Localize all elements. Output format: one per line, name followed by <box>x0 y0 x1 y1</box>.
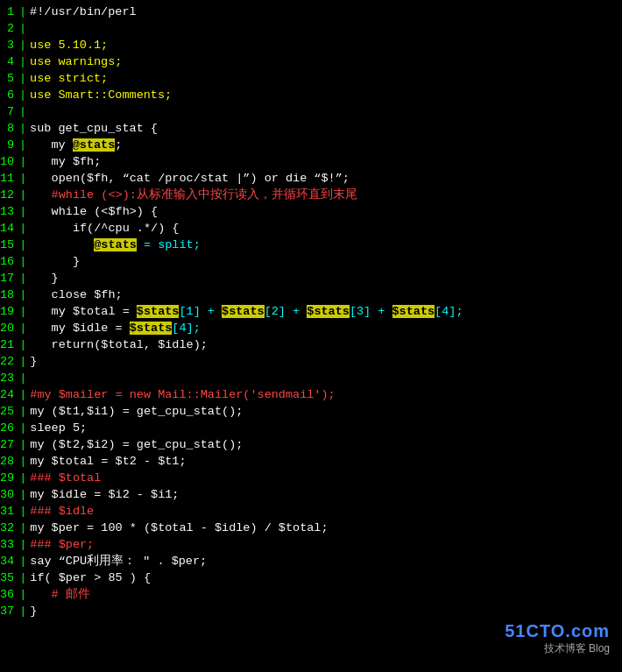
line-content: my @stats; <box>30 137 622 153</box>
line-content: ### $per; <box>30 536 622 553</box>
line-separator: | <box>19 386 26 403</box>
code-segment: my ($t2,$i2) = get_cpu_stat(); <box>30 438 243 451</box>
line-content: } <box>30 353 622 370</box>
line-number: 10 <box>0 153 19 170</box>
code-line: 37|} <box>0 603 622 619</box>
line-content: my $per = 100 * ($total - $idle) / $tota… <box>30 520 622 536</box>
code-line: 5|use strict; <box>0 70 622 87</box>
code-line: 2| <box>0 20 622 37</box>
code-segment: $stats <box>307 305 350 318</box>
line-number: 22 <box>0 353 19 370</box>
code-line: 34|say “CPU利用率： " . $per; <box>0 553 622 569</box>
code-segment: my $total = $t2 - $t1; <box>30 455 186 468</box>
code-line: 14| if(/^cpu .*/) { <box>0 220 622 237</box>
line-content <box>30 370 622 386</box>
line-content: @stats = split; <box>30 237 622 253</box>
line-content: if( $per > 85 ) { <box>30 569 622 586</box>
line-number: 26 <box>0 420 19 436</box>
code-segment <box>30 238 94 251</box>
code-segment: [1] + <box>179 305 222 318</box>
line-content: say “CPU利用率： " . $per; <box>30 553 622 569</box>
line-content: close $fh; <box>30 286 622 303</box>
line-content <box>30 20 622 37</box>
code-segment: use warnings; <box>30 55 122 68</box>
line-number: 23 <box>0 370 19 386</box>
line-number: 24 <box>0 386 19 403</box>
code-line: 22|} <box>0 353 622 370</box>
line-number: 16 <box>0 253 19 270</box>
code-segment: my $total = <box>30 305 137 318</box>
code-segment: #!/usr/bin/perl <box>30 5 137 18</box>
code-segment: } <box>30 255 80 268</box>
line-content: my $total = $t2 - $t1; <box>30 453 622 470</box>
line-number: 3 <box>0 37 19 53</box>
line-separator: | <box>19 486 26 503</box>
code-segment: my ($t1,$i1) = get_cpu_stat(); <box>30 405 243 418</box>
line-separator: | <box>19 237 26 253</box>
line-content: my ($t2,$i2) = get_cpu_stat(); <box>30 436 622 453</box>
code-line: 32|my $per = 100 * ($total - $idle) / $t… <box>0 520 622 536</box>
code-segment: if(/^cpu .*/) { <box>30 222 179 235</box>
code-line: 18| close $fh; <box>0 286 622 303</box>
line-number: 7 <box>0 103 19 120</box>
line-separator: | <box>19 53 26 70</box>
code-segment: $stats <box>130 322 173 335</box>
line-separator: | <box>19 4 26 20</box>
line-number: 32 <box>0 520 19 536</box>
code-segment: use 5.10.1; <box>30 39 108 52</box>
code-line: 1|#!/usr/bin/perl <box>0 4 622 20</box>
line-number: 6 <box>0 87 19 103</box>
line-content: sub get_cpu_stat { <box>30 120 622 137</box>
code-segment: my $idle = $i2 - $i1; <box>30 488 179 501</box>
line-number: 25 <box>0 403 19 420</box>
code-segment: my $per = 100 * ($total - $idle) / $tota… <box>30 521 328 534</box>
code-segment: } <box>30 605 37 618</box>
line-content: my $total = $stats[1] + $stats[2] + $sta… <box>30 303 622 320</box>
code-segment: return($total, $idle); <box>30 338 208 351</box>
line-content: use strict; <box>30 70 622 87</box>
line-content: ### $idle <box>30 503 622 520</box>
code-line: 16| } <box>0 253 622 270</box>
code-segment: @stats <box>94 238 137 251</box>
line-number: 37 <box>0 603 19 619</box>
code-segment: say “CPU利用率： " . $per; <box>30 555 207 568</box>
code-line: 4|use warnings; <box>0 53 622 70</box>
line-number: 18 <box>0 286 19 303</box>
line-content: sleep 5; <box>30 420 622 436</box>
code-line: 24|#my $mailer = new Mail::Mailer('sendm… <box>0 386 622 403</box>
code-segment: [4]; <box>435 305 463 318</box>
line-number: 14 <box>0 220 19 237</box>
line-number: 2 <box>0 20 19 37</box>
line-number: 34 <box>0 553 19 569</box>
line-number: 15 <box>0 237 19 253</box>
code-line: 26|sleep 5; <box>0 420 622 436</box>
code-segment: } <box>30 355 37 368</box>
code-line: 10| my $fh; <box>0 153 622 170</box>
code-segment: $stats <box>137 305 180 318</box>
line-number: 27 <box>0 436 19 453</box>
line-separator: | <box>19 220 26 237</box>
line-number: 35 <box>0 569 19 586</box>
line-content: } <box>30 270 622 286</box>
line-number: 8 <box>0 120 19 137</box>
line-separator: | <box>19 187 26 203</box>
line-content: #my $mailer = new Mail::Mailer('sendmail… <box>30 386 622 403</box>
code-line: 9| my @stats; <box>0 137 622 153</box>
line-number: 11 <box>0 170 19 187</box>
line-separator: | <box>19 586 26 603</box>
code-line: 25|my ($t1,$i1) = get_cpu_stat(); <box>0 403 622 420</box>
line-separator: | <box>19 536 26 553</box>
code-line: 21| return($total, $idle); <box>0 336 622 353</box>
code-line: 19| my $total = $stats[1] + $stats[2] + … <box>0 303 622 320</box>
watermark: 51CTO.com 技术博客 Blog <box>505 621 610 656</box>
line-separator: | <box>19 70 26 87</box>
code-line: 35|if( $per > 85 ) { <box>0 569 622 586</box>
line-separator: | <box>19 103 26 120</box>
line-separator: | <box>19 553 26 569</box>
code-line: 7| <box>0 103 622 120</box>
code-segment: $stats <box>222 305 265 318</box>
line-separator: | <box>19 370 26 386</box>
code-segment: $stats <box>392 305 435 318</box>
code-line: 28|my $total = $t2 - $t1; <box>0 453 622 470</box>
code-line: 17| } <box>0 270 622 286</box>
